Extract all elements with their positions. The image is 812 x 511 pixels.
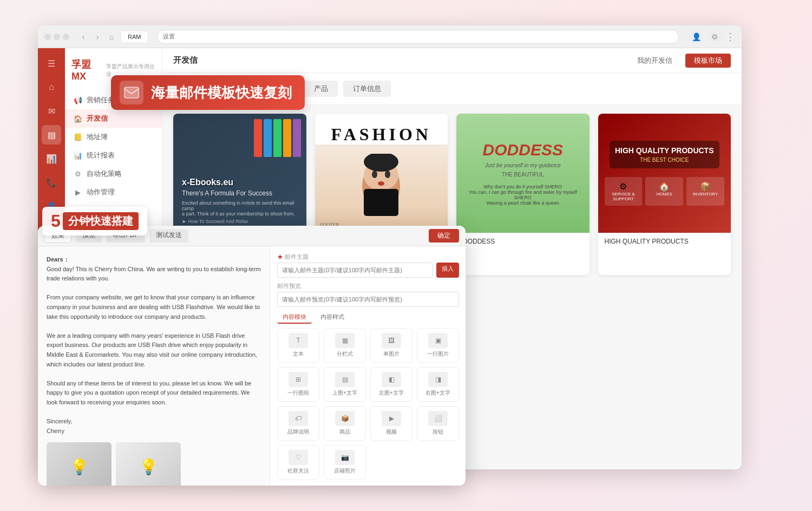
template-footer-hq: HIGH QUALITY PRODUCTS bbox=[598, 233, 731, 250]
component-single-img[interactable]: 🖼 单图片 bbox=[370, 328, 412, 363]
tab-mymail[interactable]: 我的开发信 bbox=[628, 54, 681, 68]
sidebar-icon-menu[interactable]: ☰ bbox=[42, 54, 61, 73]
brand-icon: 🏷 bbox=[289, 411, 308, 426]
sidebar-icon-home[interactable]: ⌂ bbox=[42, 77, 61, 97]
doddess-sub: THE BEAUTIFUL bbox=[502, 172, 544, 178]
nav-item-action[interactable]: ▶ 动作管理 bbox=[65, 183, 162, 201]
filter-product[interactable]: 产品 bbox=[304, 81, 338, 97]
component-top-img-text[interactable]: ▤ 上图+文字 bbox=[324, 367, 366, 402]
insert-btn[interactable]: 插入 bbox=[436, 263, 459, 278]
component-shop-photo[interactable]: 📷 店铺照片 bbox=[324, 445, 366, 480]
home-icon[interactable]: ⌂ bbox=[106, 31, 117, 42]
promo-icon bbox=[120, 81, 143, 104]
nav-item-stats[interactable]: 📊 统计报表 bbox=[65, 146, 162, 165]
component-right-img-text[interactable]: ◨ 右图+文字 bbox=[417, 367, 459, 402]
nav-item-address[interactable]: 📒 地址簿 bbox=[65, 128, 162, 146]
row-img-icon: ▣ bbox=[428, 333, 448, 348]
hq-label-1: SERVICE & SUPPORT bbox=[609, 192, 638, 201]
right-img-text-icon: ◨ bbox=[428, 372, 448, 387]
single-img-label: 单图片 bbox=[383, 350, 400, 358]
sidebar-icon-phone[interactable]: 📞 bbox=[42, 173, 61, 192]
settings-icon[interactable]: ⚙ bbox=[707, 29, 722, 44]
component-brand[interactable]: 🏷 品牌说明 bbox=[277, 406, 319, 441]
shop-photo-label: 店铺照片 bbox=[334, 467, 356, 475]
book-1 bbox=[254, 119, 262, 157]
time-badge-container: 5 分钟快速搭建 bbox=[42, 207, 147, 235]
subject-input[interactable] bbox=[277, 263, 433, 278]
component-left-img-text[interactable]: ◧ 左图+文字 bbox=[370, 367, 412, 402]
top-img-text-icon: ▤ bbox=[335, 372, 355, 387]
template-preview-ebooks: x-Ebooks.eu There's A Formula For Succes… bbox=[173, 114, 306, 233]
editor-tab-style[interactable]: 内容样式 bbox=[315, 311, 350, 324]
component-row-img[interactable]: ▣ 一行图片 bbox=[417, 328, 459, 363]
hq-feature-3: 📦 INVENTORY bbox=[686, 177, 724, 206]
preview-input[interactable] bbox=[277, 292, 459, 307]
component-text[interactable]: T 文本 bbox=[277, 328, 319, 363]
template-card-hq[interactable]: HIGH QUALITY PRODUCTS THE BEST CHOICE ⚙ … bbox=[598, 114, 731, 275]
tab-ram[interactable]: RAM bbox=[121, 31, 147, 42]
component-video[interactable]: ▶ 视频 bbox=[370, 406, 412, 441]
svg-point-2 bbox=[372, 171, 377, 178]
nav-label-address: 地址簿 bbox=[87, 132, 108, 142]
subject-label-text: 邮件主题 bbox=[285, 253, 309, 260]
browser-controls bbox=[44, 34, 69, 40]
time-badge-wrapper: 5 分钟快速搭建 bbox=[42, 207, 147, 235]
component-columns[interactable]: ▦ 分栏式 bbox=[324, 328, 366, 363]
front-confirm-btn[interactable]: 确定 bbox=[429, 229, 459, 243]
nav-icon-marketing: 📢 bbox=[74, 96, 82, 104]
user-icon[interactable]: 👤 bbox=[689, 29, 704, 44]
social-icon: ♡ bbox=[289, 450, 308, 465]
nav-item-automation[interactable]: ⚙ 自动化策略 bbox=[65, 165, 162, 183]
back-arrow[interactable]: ‹ bbox=[78, 31, 89, 42]
hq-feature-2: 🏠 HOMES bbox=[645, 177, 683, 206]
sidebar-icon-chart[interactable]: 📊 bbox=[42, 149, 61, 168]
browser-minimize-btn[interactable] bbox=[54, 34, 60, 40]
nav-icon-automation: ⚙ bbox=[74, 169, 82, 178]
component-product[interactable]: 📦 商品 bbox=[324, 406, 366, 441]
ebooks-cta: ► How To Succeed And Relax bbox=[182, 219, 298, 224]
filter-order[interactable]: 订单信息 bbox=[343, 81, 391, 97]
text-icon: T bbox=[289, 333, 308, 348]
product-label: 商品 bbox=[339, 428, 350, 436]
template-card-doddess[interactable]: DODDESS Just be yourself in my guidance … bbox=[456, 114, 590, 275]
topbar-tabs: 我的开发信 模板市场 bbox=[628, 54, 731, 68]
browser-close-btn[interactable] bbox=[44, 34, 51, 40]
email-editor: ★ 邮件主题 插入 邮件预览 内容模块 内容样式 bbox=[271, 246, 466, 486]
button-comp-label: 按钮 bbox=[433, 428, 443, 436]
nav-icon-devmail: 🏠 bbox=[74, 114, 82, 123]
video-icon: ▶ bbox=[382, 411, 401, 426]
editor-tab-content[interactable]: 内容模块 bbox=[277, 311, 312, 324]
time-badge-label: 分钟快速搭建 bbox=[63, 212, 139, 230]
brand-label: 品牌说明 bbox=[287, 428, 309, 436]
hq-features: ⚙ SERVICE & SUPPORT 🏠 HOMES 📦 INVENTORY bbox=[605, 177, 725, 206]
sidebar-icon-mail[interactable]: ✉ bbox=[42, 101, 61, 121]
video-label: 视频 bbox=[386, 428, 397, 436]
hq-label-3: INVENTORY bbox=[691, 192, 720, 196]
row-img-label: 一行图片 bbox=[427, 350, 449, 358]
address-bar[interactable]: 设置 bbox=[157, 30, 679, 44]
forward-arrow[interactable]: › bbox=[92, 31, 103, 42]
tab-template-market[interactable]: 模板市场 bbox=[685, 54, 731, 68]
promo-text: 海量邮件模板快速复刻 bbox=[151, 83, 292, 102]
component-button[interactable]: ⬜ 按钮 bbox=[417, 406, 459, 441]
svg-rect-7 bbox=[125, 87, 139, 98]
front-tab-test[interactable]: 测试发送 bbox=[149, 229, 188, 243]
editor-tabs: 内容模块 内容样式 bbox=[277, 311, 459, 324]
columns-icon: ▦ bbox=[335, 333, 355, 348]
logo-text: 孚盟MX bbox=[71, 58, 103, 82]
product-icon: 📦 bbox=[335, 411, 355, 426]
img-group-label: 一行图组 bbox=[287, 389, 309, 397]
browser-nav: ‹ › ⌂ bbox=[78, 31, 117, 42]
button-comp-icon: ⬜ bbox=[428, 411, 448, 426]
menu-dots[interactable]: ⋮ bbox=[725, 31, 735, 43]
columns-label: 分栏式 bbox=[337, 350, 353, 358]
nav-item-devmail[interactable]: 🏠 开发信 bbox=[65, 109, 162, 128]
component-social[interactable]: ♡ 社群关注 bbox=[277, 445, 319, 480]
template-name-doddess: DODDESS bbox=[463, 238, 495, 245]
sidebar-icon-template[interactable]: ▤ bbox=[42, 125, 61, 145]
top-img-text-label: 上图+文字 bbox=[332, 389, 357, 397]
component-img-group[interactable]: ⊞ 一行图组 bbox=[277, 367, 319, 402]
social-label: 社群关注 bbox=[287, 467, 309, 475]
mail-promo-icon bbox=[124, 87, 139, 99]
browser-maximize-btn[interactable] bbox=[63, 34, 69, 40]
